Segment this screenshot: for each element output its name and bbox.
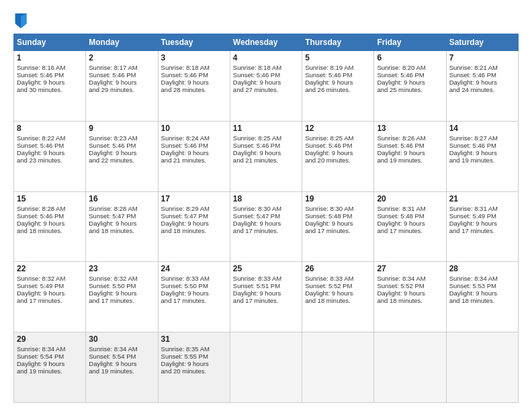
day-info: Sunrise: 8:18 AM: [161, 64, 227, 71]
day-info: Sunrise: 8:32 AM: [89, 275, 154, 282]
day-info: Sunset: 5:46 PM: [305, 142, 371, 149]
day-number: 5: [305, 53, 371, 62]
day-info: Daylight: 9 hours: [449, 220, 515, 227]
day-info: Sunrise: 8:27 AM: [449, 134, 515, 142]
day-info: Daylight: 9 hours: [161, 149, 227, 156]
day-info: and 17 minutes.: [161, 297, 227, 304]
day-info: Sunrise: 8:32 AM: [17, 275, 83, 282]
day-info: Sunrise: 8:31 AM: [377, 205, 443, 212]
day-info: and 22 minutes.: [89, 156, 154, 164]
day-info: Sunrise: 8:23 AM: [89, 134, 154, 142]
day-info: Daylight: 9 hours: [17, 289, 83, 297]
header: [13, 12, 519, 28]
day-info: Sunset: 5:48 PM: [305, 212, 371, 220]
day-info: Sunset: 5:46 PM: [233, 71, 299, 79]
day-info: and 18 minutes.: [161, 227, 227, 234]
calendar-cell: 10Sunrise: 8:24 AMSunset: 5:46 PMDayligh…: [158, 121, 230, 191]
day-info: Sunset: 5:52 PM: [305, 282, 371, 289]
calendar-cell: 3Sunrise: 8:18 AMSunset: 5:46 PMDaylight…: [158, 51, 230, 122]
day-info: Sunrise: 8:34 AM: [89, 345, 154, 353]
day-info: Sunset: 5:46 PM: [161, 71, 227, 79]
calendar-cell: [446, 332, 518, 403]
day-info: Sunset: 5:50 PM: [89, 282, 154, 289]
day-info: and 17 minutes.: [377, 227, 443, 234]
calendar-week-2: 15Sunrise: 8:28 AMSunset: 5:46 PMDayligh…: [14, 191, 519, 262]
day-info: Daylight: 9 hours: [89, 79, 154, 86]
day-info: Sunrise: 8:25 AM: [305, 134, 371, 142]
day-number: 15: [17, 194, 83, 203]
header-cell-wednesday: Wednesday: [230, 34, 302, 51]
day-info: and 18 minutes.: [377, 297, 443, 304]
calendar-cell: 9Sunrise: 8:23 AMSunset: 5:46 PMDaylight…: [86, 121, 158, 191]
day-info: Daylight: 9 hours: [377, 289, 443, 297]
day-info: Sunset: 5:54 PM: [89, 353, 154, 360]
day-info: Daylight: 9 hours: [233, 289, 299, 297]
calendar-cell: 29Sunrise: 8:34 AMSunset: 5:54 PMDayligh…: [14, 332, 86, 403]
day-info: Sunrise: 8:31 AM: [449, 205, 515, 212]
day-number: 27: [377, 264, 443, 273]
day-info: and 17 minutes.: [449, 227, 515, 234]
day-info: Daylight: 9 hours: [89, 289, 154, 297]
calendar-cell: 26Sunrise: 8:33 AMSunset: 5:52 PMDayligh…: [302, 262, 374, 332]
day-number: 2: [89, 53, 154, 62]
day-info: Sunset: 5:47 PM: [161, 212, 227, 220]
day-info: Sunrise: 8:28 AM: [89, 205, 154, 212]
calendar-week-0: 1Sunrise: 8:16 AMSunset: 5:46 PMDaylight…: [14, 51, 519, 122]
calendar-cell: 4Sunrise: 8:18 AMSunset: 5:46 PMDaylight…: [230, 51, 302, 122]
header-cell-sunday: Sunday: [14, 34, 86, 51]
day-info: Sunset: 5:46 PM: [17, 142, 83, 149]
day-info: and 18 minutes.: [305, 297, 371, 304]
calendar-cell: 22Sunrise: 8:32 AMSunset: 5:49 PMDayligh…: [14, 262, 86, 332]
day-info: Daylight: 9 hours: [449, 79, 515, 86]
day-number: 4: [233, 53, 299, 62]
day-number: 9: [89, 124, 154, 133]
day-info: Sunset: 5:53 PM: [449, 282, 515, 289]
day-info: Daylight: 9 hours: [377, 79, 443, 86]
day-number: 19: [305, 194, 371, 203]
day-info: Daylight: 9 hours: [89, 220, 154, 227]
header-cell-saturday: Saturday: [446, 34, 518, 51]
day-info: Sunrise: 8:34 AM: [17, 345, 83, 353]
day-info: and 20 minutes.: [305, 156, 371, 164]
calendar-cell: 28Sunrise: 8:34 AMSunset: 5:53 PMDayligh…: [446, 262, 518, 332]
day-info: Sunrise: 8:33 AM: [161, 275, 227, 282]
calendar-cell: 30Sunrise: 8:34 AMSunset: 5:54 PMDayligh…: [86, 332, 158, 403]
day-number: 22: [17, 264, 83, 273]
day-info: Daylight: 9 hours: [449, 149, 515, 156]
day-info: and 19 minutes.: [449, 156, 515, 164]
day-info: Daylight: 9 hours: [17, 360, 83, 367]
day-info: Daylight: 9 hours: [377, 149, 443, 156]
calendar-cell: 24Sunrise: 8:33 AMSunset: 5:50 PMDayligh…: [158, 262, 230, 332]
day-number: 6: [377, 53, 443, 62]
day-number: 21: [449, 194, 515, 203]
day-info: Daylight: 9 hours: [161, 289, 227, 297]
day-number: 26: [305, 264, 371, 273]
day-info: Sunrise: 8:35 AM: [161, 345, 227, 353]
day-number: 25: [233, 264, 299, 273]
day-info: Sunset: 5:46 PM: [89, 71, 154, 79]
day-info: Daylight: 9 hours: [17, 79, 83, 86]
calendar-cell: 17Sunrise: 8:29 AMSunset: 5:47 PMDayligh…: [158, 191, 230, 262]
day-info: Sunrise: 8:21 AM: [449, 64, 515, 71]
day-info: Daylight: 9 hours: [161, 79, 227, 86]
day-info: and 26 minutes.: [305, 86, 371, 93]
day-info: and 19 minutes.: [89, 367, 154, 375]
day-number: 3: [161, 53, 227, 62]
day-info: Daylight: 9 hours: [305, 220, 371, 227]
day-info: Sunrise: 8:30 AM: [305, 205, 371, 212]
day-info: and 23 minutes.: [17, 156, 83, 164]
calendar-cell: 2Sunrise: 8:17 AMSunset: 5:46 PMDaylight…: [86, 51, 158, 122]
day-info: and 21 minutes.: [161, 156, 227, 164]
day-number: 14: [449, 124, 515, 133]
calendar-cell: [302, 332, 374, 403]
day-info: and 24 minutes.: [449, 86, 515, 93]
day-info: Sunrise: 8:33 AM: [233, 275, 299, 282]
day-info: Sunrise: 8:19 AM: [305, 64, 371, 71]
calendar-body: 1Sunrise: 8:16 AMSunset: 5:46 PMDaylight…: [14, 51, 519, 403]
day-info: and 17 minutes.: [233, 227, 299, 234]
calendar-cell: 31Sunrise: 8:35 AMSunset: 5:55 PMDayligh…: [158, 332, 230, 403]
calendar-week-1: 8Sunrise: 8:22 AMSunset: 5:46 PMDaylight…: [14, 121, 519, 191]
day-info: Sunset: 5:46 PM: [161, 142, 227, 149]
day-info: and 17 minutes.: [89, 297, 154, 304]
day-info: Sunrise: 8:24 AM: [161, 134, 227, 142]
